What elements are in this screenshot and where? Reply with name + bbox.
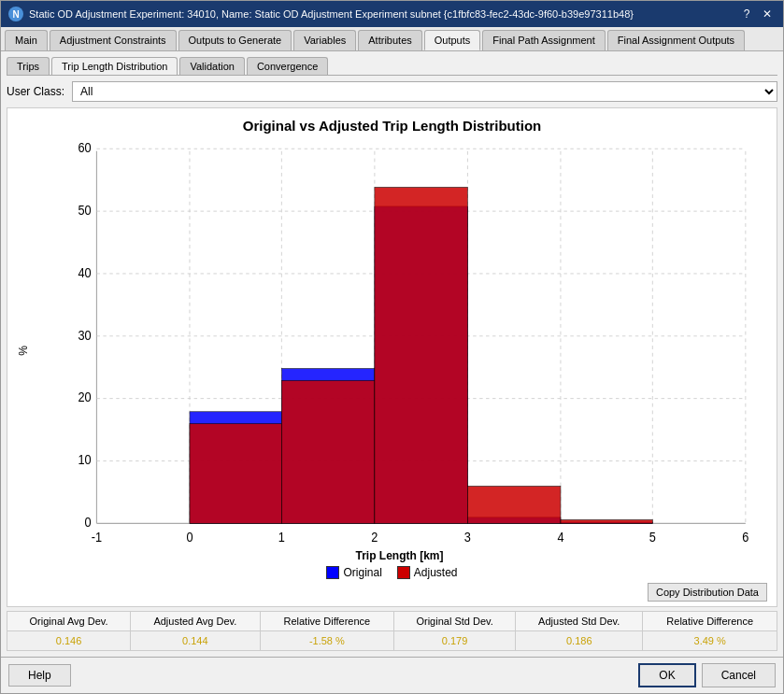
chart-body: % xyxy=(17,139,767,562)
app-icon: N xyxy=(8,7,23,21)
help-title-button[interactable]: ? xyxy=(738,6,755,22)
header-relative-diff-2: Relative Difference xyxy=(643,612,777,631)
tab-adjustment-constraints[interactable]: Adjustment Constraints xyxy=(50,30,177,50)
svg-text:6: 6 xyxy=(742,530,748,545)
header-original-avg-dev: Original Avg Dev. xyxy=(7,612,131,631)
tab-outputs-to-generate[interactable]: Outputs to Generate xyxy=(178,30,292,50)
copy-distribution-button[interactable]: Copy Distribution Data xyxy=(648,583,767,602)
cancel-button[interactable]: Cancel xyxy=(702,663,776,687)
chart-plot: 0 10 20 30 40 50 60 -1 0 1 2 3 xyxy=(32,139,767,547)
svg-text:1: 1 xyxy=(278,530,285,545)
svg-text:0: 0 xyxy=(85,516,92,531)
svg-text:40: 40 xyxy=(78,265,92,280)
tab-outputs[interactable]: Outputs xyxy=(424,30,481,50)
help-button[interactable]: Help xyxy=(8,664,71,687)
main-window: N Static OD Adjustment Experiment: 34010… xyxy=(0,0,784,694)
chart-legend: Original Adjusted xyxy=(326,566,457,579)
title-bar: N Static OD Adjustment Experiment: 34010… xyxy=(1,1,783,27)
sub-tab-bar: Trips Trip Length Distribution Validatio… xyxy=(7,57,777,76)
svg-text:20: 20 xyxy=(78,390,92,405)
legend-adjusted-label: Adjusted xyxy=(414,566,458,579)
user-class-label: User Class: xyxy=(7,85,64,98)
svg-text:0: 0 xyxy=(186,530,192,545)
val-relative-diff-1: -1.58 % xyxy=(260,631,394,651)
val-adjusted-avg-dev: 0.144 xyxy=(131,631,261,651)
stats-row: 0.146 0.144 -1.58 % 0.179 0.186 3.49 % xyxy=(7,631,777,651)
user-class-row: User Class: All xyxy=(7,81,777,102)
copy-btn-row: Copy Distribution Data xyxy=(17,583,767,602)
window-title: Static OD Adjustment Experiment: 34010, … xyxy=(29,8,634,20)
x-axis-label: Trip Length [km] xyxy=(32,549,767,562)
chart-main: 0 10 20 30 40 50 60 -1 0 1 2 3 xyxy=(32,139,767,562)
header-adjusted-avg-dev: Adjusted Avg Dev. xyxy=(131,612,261,631)
val-original-avg-dev: 0.146 xyxy=(7,631,131,651)
svg-text:50: 50 xyxy=(78,203,92,218)
header-relative-diff-1: Relative Difference xyxy=(260,612,394,631)
val-adjusted-std-dev: 0.186 xyxy=(516,631,643,651)
stats-table: Original Avg Dev. Adjusted Avg Dev. Rela… xyxy=(7,611,777,651)
svg-rect-39 xyxy=(561,519,652,523)
svg-text:2: 2 xyxy=(371,530,378,545)
ok-button[interactable]: OK xyxy=(638,663,695,687)
tab-variables[interactable]: Variables xyxy=(293,30,356,50)
chart-title: Original vs Adjusted Trip Length Distrib… xyxy=(243,118,541,134)
svg-rect-36 xyxy=(281,380,375,523)
svg-text:10: 10 xyxy=(78,453,92,468)
header-original-std-dev: Original Std Dev. xyxy=(394,612,516,631)
user-class-select[interactable]: All xyxy=(72,81,777,102)
svg-text:4: 4 xyxy=(557,530,564,545)
svg-rect-35 xyxy=(190,424,281,524)
tab-attributes[interactable]: Attributes xyxy=(358,30,421,50)
svg-text:60: 60 xyxy=(78,141,92,156)
chart-container: Original vs Adjusted Trip Length Distrib… xyxy=(7,107,777,607)
svg-text:-1: -1 xyxy=(92,530,102,545)
val-relative-diff-2: 3.49 % xyxy=(643,631,777,651)
svg-text:5: 5 xyxy=(649,530,656,545)
subtab-convergence[interactable]: Convergence xyxy=(247,57,328,75)
subtab-validation[interactable]: Validation xyxy=(179,57,245,75)
svg-text:30: 30 xyxy=(78,328,92,343)
svg-text:3: 3 xyxy=(464,530,471,545)
header-adjusted-std-dev: Adjusted Std Dev. xyxy=(516,612,643,631)
y-axis-label: % xyxy=(17,346,30,356)
subtab-trip-length-distribution[interactable]: Trip Length Distribution xyxy=(51,57,178,75)
legend-original: Original xyxy=(326,566,381,579)
tab-final-path-assignment[interactable]: Final Path Assignment xyxy=(482,30,605,50)
close-button[interactable]: ✕ xyxy=(759,6,776,22)
tab-main[interactable]: Main xyxy=(5,30,48,50)
footer: Help OK Cancel xyxy=(1,657,783,693)
legend-adjusted: Adjusted xyxy=(397,566,458,579)
legend-original-label: Original xyxy=(343,566,381,579)
original-color-swatch xyxy=(326,566,339,579)
chart-svg: 0 10 20 30 40 50 60 -1 0 1 2 3 xyxy=(32,139,767,547)
tab-final-assignment-outputs[interactable]: Final Assignment Outputs xyxy=(607,30,745,50)
main-tab-bar: Main Adjustment Constraints Outputs to G… xyxy=(1,27,783,51)
subtab-trips[interactable]: Trips xyxy=(7,57,50,75)
svg-rect-37 xyxy=(375,187,468,523)
val-original-std-dev: 0.179 xyxy=(394,631,516,651)
svg-rect-38 xyxy=(467,486,561,523)
content-area: Trips Trip Length Distribution Validatio… xyxy=(1,51,783,657)
adjusted-color-swatch xyxy=(397,566,410,579)
